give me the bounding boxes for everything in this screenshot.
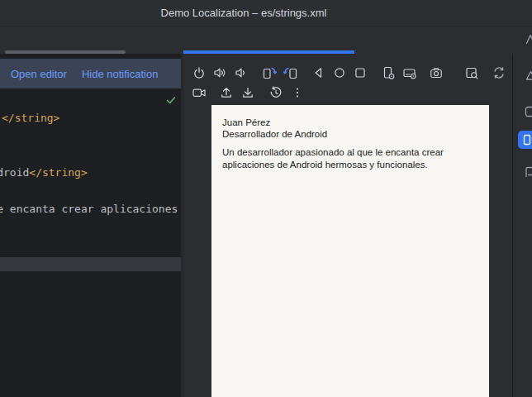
profile-name: Juan Pérez — [222, 117, 489, 128]
power-button[interactable] — [189, 63, 209, 83]
overview-square-icon — [353, 65, 368, 80]
device-settings-icon — [381, 65, 396, 80]
emulator-more-options-button[interactable] — [287, 83, 307, 103]
ui-shortcuts-button[interactable] — [400, 63, 420, 83]
sync-icon — [492, 65, 506, 80]
ide-window: Demo Localization – es/strings.xml </> e… — [0, 0, 532, 397]
emulator-screen[interactable]: Juan Pérez Desarrollador de Android Un d… — [211, 105, 489, 397]
video-camera-icon — [192, 85, 207, 100]
editor-notification-banner: Open editor Hide notification — [0, 59, 181, 88]
home-button[interactable] — [330, 63, 349, 83]
tool-window-icon — [524, 105, 532, 118]
open-editor-link[interactable]: Open editor — [11, 68, 67, 80]
device-settings-button[interactable] — [378, 63, 398, 83]
reset-clock-icon — [268, 85, 283, 100]
rotate-right-icon — [283, 65, 298, 80]
ui-shortcuts-icon — [402, 65, 417, 80]
sync-button[interactable] — [489, 63, 509, 83]
rotate-left-button[interactable] — [259, 63, 279, 83]
hide-notification-link[interactable]: Hide notification — [82, 68, 159, 80]
tool-stripe-button-3[interactable] — [524, 105, 532, 118]
code-line: e encanta crear aplicaciones — [0, 203, 178, 215]
screen-sharing-button[interactable] — [462, 63, 482, 83]
download-icon — [240, 85, 255, 100]
camera-icon — [429, 65, 444, 80]
tool-stripe-button-5[interactable] — [524, 165, 532, 179]
volume-down-icon — [233, 65, 248, 80]
snapshots-reset-button[interactable] — [266, 83, 286, 103]
editor-content[interactable]: </string> droid</string> e encanta crear… — [0, 88, 181, 257]
code-line: </string> — [2, 112, 59, 124]
volume-up-button[interactable] — [210, 63, 230, 83]
editor-panel: Open editor Hide notification </string> … — [0, 54, 181, 397]
power-icon — [192, 65, 207, 80]
tool-icon-2 — [525, 69, 532, 82]
lower-editor-panel[interactable] — [0, 271, 181, 397]
tool-stripe-button-running-devices[interactable] — [518, 131, 532, 149]
overview-button[interactable] — [350, 63, 370, 83]
screen-search-icon — [464, 65, 479, 80]
volume-down-button[interactable] — [230, 63, 250, 83]
upload-icon — [219, 85, 234, 100]
panel-right-border — [512, 54, 513, 397]
running-devices-panel: Juan Pérez Desarrollador de Android Un d… — [183, 54, 512, 397]
download-button[interactable] — [238, 83, 258, 103]
window-titlebar: Demo Localization – es/strings.xml — [0, 0, 532, 26]
tool-icon-1 — [525, 32, 532, 45]
back-button[interactable] — [309, 63, 329, 83]
running-devices-active-icon — [520, 133, 532, 146]
profile-bio: Un desarrollador apasionado al que le en… — [222, 146, 472, 171]
rotate-right-button[interactable] — [281, 63, 301, 83]
take-screenshot-button[interactable] — [426, 63, 446, 83]
rotate-left-icon — [262, 65, 277, 80]
tool-stripe-button-2[interactable] — [525, 69, 532, 82]
profile-role: Desarrollador de Android — [222, 128, 489, 140]
panel-splitter[interactable] — [0, 257, 181, 271]
tool-window-icon-2 — [524, 165, 532, 179]
back-triangle-icon — [311, 65, 326, 80]
active-tool-highlight — [518, 131, 532, 149]
more-vertical-icon — [291, 86, 304, 99]
tool-stripe-button-1[interactable] — [525, 32, 532, 45]
record-screen-button[interactable] — [189, 83, 209, 103]
home-circle-icon — [332, 65, 347, 80]
volume-up-icon — [212, 65, 227, 80]
upload-button[interactable] — [216, 83, 236, 103]
window-title: Demo Localization – es/strings.xml — [78, 7, 409, 19]
code-line: droid</string> — [0, 166, 88, 179]
